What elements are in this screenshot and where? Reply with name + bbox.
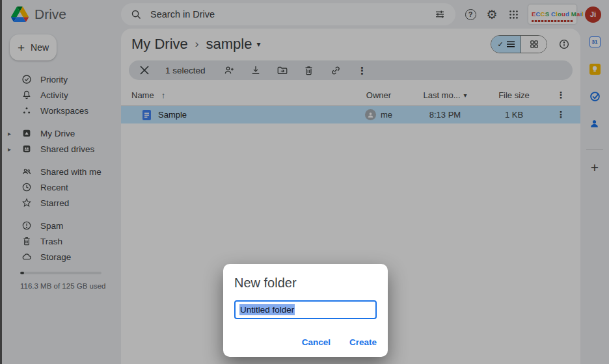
folder-name-selected-text: Untitled folder bbox=[239, 304, 295, 315]
folder-name-input[interactable]: Untitled folder bbox=[234, 300, 377, 319]
new-folder-dialog: New folder Untitled folder Cancel Create bbox=[223, 264, 388, 357]
create-button[interactable]: Create bbox=[349, 337, 377, 347]
dialog-actions: Cancel Create bbox=[302, 337, 377, 347]
dialog-title: New folder bbox=[234, 276, 377, 291]
cancel-button[interactable]: Cancel bbox=[302, 337, 331, 347]
